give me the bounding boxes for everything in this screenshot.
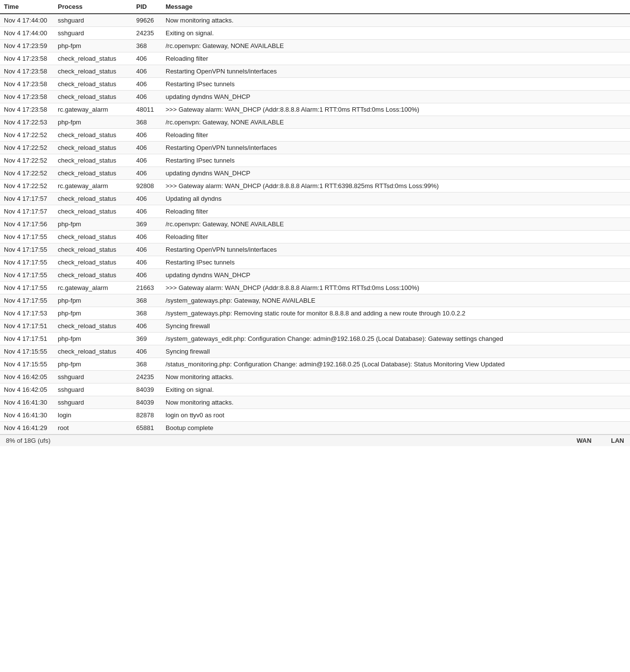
header-process: Process [54,0,132,14]
table-row: Nov 4 16:42:05sshguard84039Exiting on si… [0,384,630,396]
bottom-nav: WAN LAN [577,437,624,444]
cell-process: php-fpm [54,218,132,231]
cell-time: Nov 4 17:15:55 [0,358,54,371]
cell-process: check_reload_status [54,167,132,180]
table-row: Nov 4 17:17:51php-fpm369/system_gateways… [0,333,630,345]
cell-time: Nov 4 17:17:51 [0,333,54,345]
cell-process: root [54,422,132,434]
cell-message: Reloading filter [162,231,630,243]
cell-pid: 406 [132,243,162,256]
cell-process: rc.gateway_alarm [54,103,132,116]
cell-process: check_reload_status [54,192,132,205]
cell-pid: 368 [132,307,162,320]
cell-pid: 406 [132,205,162,218]
cell-pid: 406 [132,345,162,358]
cell-process: login [54,409,132,422]
cell-time: Nov 4 17:17:55 [0,243,54,256]
cell-message: Syncing firewall [162,345,630,358]
cell-time: Nov 4 17:17:55 [0,231,54,243]
cell-time: Nov 4 16:42:05 [0,371,54,384]
cell-message: Restarting IPsec tunnels [162,256,630,269]
cell-time: Nov 4 17:22:52 [0,129,54,142]
cell-pid: 84039 [132,384,162,396]
table-row: Nov 4 17:23:59php-fpm368/rc.openvpn: Gat… [0,40,630,52]
cell-process: php-fpm [54,307,132,320]
table-row: Nov 4 17:44:00sshguard24235Exiting on si… [0,27,630,40]
cell-message: updating dyndns WAN_DHCP [162,167,630,180]
table-row: Nov 4 16:41:30login82878login on ttyv0 a… [0,409,630,422]
cell-pid: 406 [132,256,162,269]
cell-process: sshguard [54,14,132,27]
cell-process: php-fpm [54,358,132,371]
cell-time: Nov 4 17:22:53 [0,116,54,129]
system-log-table: Time Process PID Message Nov 4 17:44:00s… [0,0,630,434]
table-row: Nov 4 17:23:58check_reload_status406Rest… [0,65,630,78]
cell-message: Now monitoring attacks. [162,371,630,384]
cell-time: Nov 4 17:23:59 [0,40,54,52]
cell-process: php-fpm [54,116,132,129]
lan-label: LAN [611,437,624,444]
cell-time: Nov 4 17:23:58 [0,78,54,91]
cell-pid: 406 [132,320,162,333]
table-row: Nov 4 17:22:53php-fpm368/rc.openvpn: Gat… [0,116,630,129]
table-row: Nov 4 17:15:55check_reload_status406Sync… [0,345,630,358]
cell-pid: 369 [132,218,162,231]
cell-pid: 48011 [132,103,162,116]
cell-pid: 406 [132,52,162,65]
cell-pid: 24235 [132,371,162,384]
table-row: Nov 4 17:17:55check_reload_status406Relo… [0,231,630,243]
cell-time: Nov 4 17:44:00 [0,27,54,40]
cell-message: Reloading filter [162,129,630,142]
cell-time: Nov 4 17:44:00 [0,14,54,27]
cell-time: Nov 4 17:23:58 [0,103,54,116]
cell-process: check_reload_status [54,231,132,243]
cell-process: check_reload_status [54,320,132,333]
cell-pid: 406 [132,91,162,103]
table-row: Nov 4 17:22:52check_reload_status406Relo… [0,129,630,142]
table-row: Nov 4 17:23:58check_reload_status406Rest… [0,78,630,91]
cell-time: Nov 4 17:15:55 [0,345,54,358]
cell-message: /system_gateways.php: Removing static ro… [162,307,630,320]
cell-process: check_reload_status [54,65,132,78]
cell-pid: 406 [132,192,162,205]
table-row: Nov 4 17:17:53php-fpm368/system_gateways… [0,307,630,320]
cell-pid: 21663 [132,282,162,294]
cell-process: check_reload_status [54,129,132,142]
cell-message: /rc.openvpn: Gateway, NONE AVAILABLE [162,40,630,52]
cell-time: Nov 4 17:22:52 [0,167,54,180]
cell-pid: 406 [132,142,162,154]
cell-process: sshguard [54,371,132,384]
cell-time: Nov 4 17:17:56 [0,218,54,231]
cell-process: check_reload_status [54,154,132,167]
cell-time: Nov 4 17:17:55 [0,294,54,307]
disk-info: 8% of 18G (ufs) [6,437,50,444]
table-row: Nov 4 17:22:52check_reload_status406Rest… [0,154,630,167]
table-row: Nov 4 17:23:58check_reload_status406upda… [0,91,630,103]
cell-pid: 84039 [132,396,162,409]
table-row: Nov 4 17:15:55php-fpm368/status_monitori… [0,358,630,371]
cell-process: sshguard [54,384,132,396]
cell-process: check_reload_status [54,256,132,269]
table-row: Nov 4 17:22:52check_reload_status406upda… [0,167,630,180]
cell-process: php-fpm [54,333,132,345]
table-row: Nov 4 17:44:00sshguard99626Now monitorin… [0,14,630,27]
cell-process: check_reload_status [54,52,132,65]
cell-message: Restarting OpenVPN tunnels/interfaces [162,243,630,256]
cell-message: /rc.openvpn: Gateway, NONE AVAILABLE [162,218,630,231]
cell-message: Exiting on signal. [162,27,630,40]
table-row: Nov 4 17:17:56php-fpm369/rc.openvpn: Gat… [0,218,630,231]
cell-time: Nov 4 16:41:30 [0,396,54,409]
table-row: Nov 4 17:17:57check_reload_status406Relo… [0,205,630,218]
cell-message: Reloading filter [162,52,630,65]
bottom-bar: 8% of 18G (ufs) WAN LAN [0,434,630,446]
cell-time: Nov 4 17:17:55 [0,256,54,269]
table-row: Nov 4 17:17:55check_reload_status406Rest… [0,243,630,256]
cell-message: updating dyndns WAN_DHCP [162,269,630,282]
header-pid: PID [132,0,162,14]
table-row: Nov 4 17:17:55php-fpm368/system_gateways… [0,294,630,307]
cell-pid: 92808 [132,180,162,192]
cell-pid: 99626 [132,14,162,27]
cell-message: Restarting OpenVPN tunnels/interfaces [162,65,630,78]
cell-message: login on ttyv0 as root [162,409,630,422]
table-row: Nov 4 16:42:05sshguard24235Now monitorin… [0,371,630,384]
